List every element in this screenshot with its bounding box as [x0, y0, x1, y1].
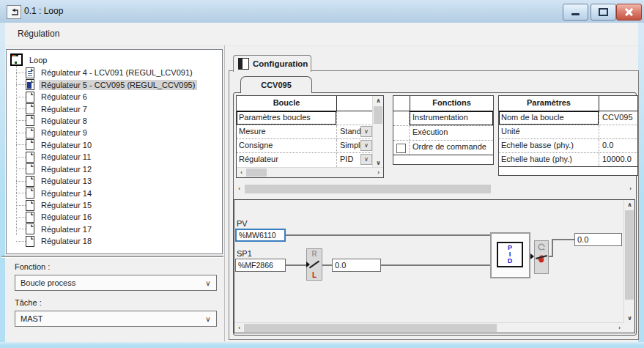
tree-item-regulateur-5-selected[interactable]: Régulateur 5 - CCV095 (REGUL_CCV095) — [7, 78, 222, 90]
tree-item-regulateur-17[interactable]: Régulateur 17 — [7, 223, 222, 235]
document-icon — [26, 236, 34, 247]
table-row[interactable]: Exécution — [393, 126, 493, 141]
tab-configuration[interactable]: Configuration — [233, 55, 311, 72]
sp-address-input[interactable]: %MF2866 — [235, 259, 286, 272]
table-row[interactable]: Ordre de commande — [393, 141, 493, 155]
maximize-button[interactable] — [591, 4, 616, 21]
tree-item-regulateur-8[interactable]: Régulateur 8 — [7, 115, 222, 127]
tree-item-regulateur-14[interactable]: Régulateur 14 — [7, 187, 222, 199]
scrollbar-thumb[interactable] — [374, 106, 382, 124]
tab-ccv095[interactable]: CCV095 — [240, 76, 312, 93]
dropdown-button[interactable]: ∨ — [360, 154, 372, 165]
tree-root-loop[interactable]: Loop — [7, 53, 222, 67]
table-row[interactable]: Instrumentation — [393, 111, 493, 126]
scroll-down-icon[interactable]: ∨ — [625, 314, 634, 323]
tree-item-regulateur-4[interactable]: Régulateur 4 - LCV091 (REGUL_LCV091) — [7, 67, 222, 78]
title-bar[interactable]: 0.1 : Loop — [0, 0, 644, 23]
dropdown-button[interactable]: ∨ — [360, 140, 372, 151]
chevron-down-icon: ∨ — [200, 315, 216, 323]
tree-item-regulateur-18[interactable]: Régulateur 18 — [7, 235, 222, 247]
tree-item-regulateur-16[interactable]: Régulateur 16 — [7, 211, 222, 223]
auto-manual-switch[interactable] — [534, 240, 549, 274]
diagram-vertical-scrollbar[interactable]: ∧ ∨ — [623, 200, 634, 323]
tree-item-regulateur-9[interactable]: Régulateur 9 — [7, 127, 222, 138]
table-row[interactable]: Régulateur PID ∨ — [237, 153, 373, 167]
pid-letter-d: D — [508, 258, 513, 264]
boucle-header-empty — [337, 96, 373, 111]
tree-item-label: Régulateur 14 — [39, 188, 94, 199]
sp-value-box[interactable]: 0.0 — [332, 259, 381, 272]
table-row[interactable]: Consigne Simple ∨ — [237, 139, 373, 153]
nom-boucle-value[interactable]: CCV095 — [599, 111, 637, 125]
regulateur-value-cell[interactable]: PID ∨ — [337, 153, 373, 167]
scrollbar-thumb[interactable] — [246, 169, 267, 177]
echelle-basse-cell: Echelle basse (phy.) — [499, 139, 599, 152]
tree-item-regulateur-12[interactable]: Régulateur 12 — [7, 163, 222, 175]
execution-cell[interactable]: Exécution — [410, 126, 493, 140]
table-row[interactable]: Echelle basse (phy.) 0.0 — [499, 139, 637, 153]
panel-splitter[interactable] — [224, 45, 225, 341]
maximize-icon — [599, 8, 608, 16]
scroll-left-icon[interactable]: ‹ — [237, 168, 246, 177]
scroll-up-icon[interactable]: ∧ — [374, 96, 383, 105]
echelle-haute-value[interactable]: 10000.0 — [599, 153, 637, 166]
fonctions-table-header: Fonctions — [393, 96, 493, 111]
tree-item-label: Régulateur 12 — [39, 164, 94, 174]
tree-connector — [16, 120, 26, 121]
table-row[interactable]: Paramètres boucles — [237, 111, 373, 125]
scroll-left-icon[interactable]: ‹ — [234, 323, 244, 333]
table-row[interactable]: Echelle haute (phy.) 10000.0 — [499, 153, 637, 167]
remote-position-label: R — [307, 250, 322, 258]
regulateur-cell: Régulateur — [237, 153, 337, 167]
table-row[interactable]: Mesure Standard ∨ — [237, 125, 373, 139]
table-row[interactable]: Unité — [499, 125, 637, 139]
mesure-value-cell[interactable]: Standard ∨ — [337, 125, 373, 138]
echelle-basse-value[interactable]: 0.0 — [599, 139, 637, 152]
boucle-vertical-scrollbar[interactable]: ∧ ∨ — [372, 96, 383, 168]
tree-connector — [16, 229, 26, 229]
unite-value[interactable] — [599, 125, 637, 138]
ordre-de-commande-cell[interactable]: Ordre de commande — [410, 141, 493, 155]
menu-regulation[interactable]: Régulation — [18, 23, 59, 45]
remote-local-switch[interactable]: R L — [306, 248, 322, 281]
tree-item-regulateur-7[interactable]: Régulateur 7 — [7, 103, 222, 114]
pv-wire — [286, 234, 490, 236]
boucle-horizontal-scrollbar[interactable]: ‹ › — [237, 167, 383, 177]
scroll-right-icon[interactable]: › — [615, 323, 624, 333]
scroll-up-icon[interactable]: ∧ — [625, 200, 634, 210]
tree-item-regulateur-6[interactable]: Régulateur 6 — [7, 91, 222, 103]
fonction-select[interactable]: Boucle process ∨ — [15, 275, 217, 291]
instrumentation-cell[interactable]: Instrumentation — [410, 111, 493, 125]
parametres-boucles-cell[interactable]: Paramètres boucles — [237, 111, 337, 125]
tree-item-regulateur-11[interactable]: Régulateur 11 — [7, 151, 222, 163]
ordre-de-commande-checkbox[interactable] — [396, 144, 406, 153]
table-row[interactable]: Nom de la boucle CCV095 — [499, 111, 637, 125]
tree-item-regulateur-13[interactable]: Régulateur 13 — [7, 175, 222, 187]
dropdown-button[interactable]: ∨ — [360, 126, 372, 137]
unite-cell: Unité — [499, 125, 599, 138]
scrollbar-thumb[interactable] — [245, 185, 491, 193]
consigne-value-cell[interactable]: Simple ∨ — [337, 139, 373, 152]
tables-horizontal-scrollbar[interactable]: ‹ › — [234, 184, 636, 194]
pid-block[interactable]: P I D — [490, 232, 530, 278]
diagram-horizontal-scrollbar[interactable]: ‹ › — [234, 322, 624, 333]
pid-inner-block: P I D — [497, 242, 523, 267]
scrollbar-thumb[interactable] — [625, 210, 634, 300]
tree-item-regulateur-15[interactable]: Régulateur 15 — [7, 199, 222, 211]
parametres-header-empty — [599, 96, 637, 111]
nom-boucle-cell[interactable]: Nom de la boucle — [499, 111, 599, 125]
parametres-table-header: Paramètres — [499, 96, 637, 111]
scroll-left-icon[interactable]: ‹ — [234, 184, 244, 193]
fonction-value: Boucle process — [15, 278, 200, 287]
scrollbar-thumb[interactable] — [244, 324, 497, 332]
tree-item-regulateur-10[interactable]: Régulateur 10 — [7, 139, 222, 151]
fonctions-header-cell: Fonctions — [410, 96, 493, 111]
scroll-right-icon[interactable]: › — [374, 168, 383, 177]
minimize-button[interactable] — [563, 4, 588, 21]
pv-address-input[interactable]: %MW6110 — [235, 229, 286, 242]
close-button[interactable] — [616, 4, 642, 21]
switch-lever — [309, 261, 319, 269]
tache-select[interactable]: MAST ∨ — [15, 311, 217, 327]
scroll-right-icon[interactable]: › — [626, 184, 635, 193]
output-value-box[interactable]: 0.0 — [574, 233, 622, 246]
